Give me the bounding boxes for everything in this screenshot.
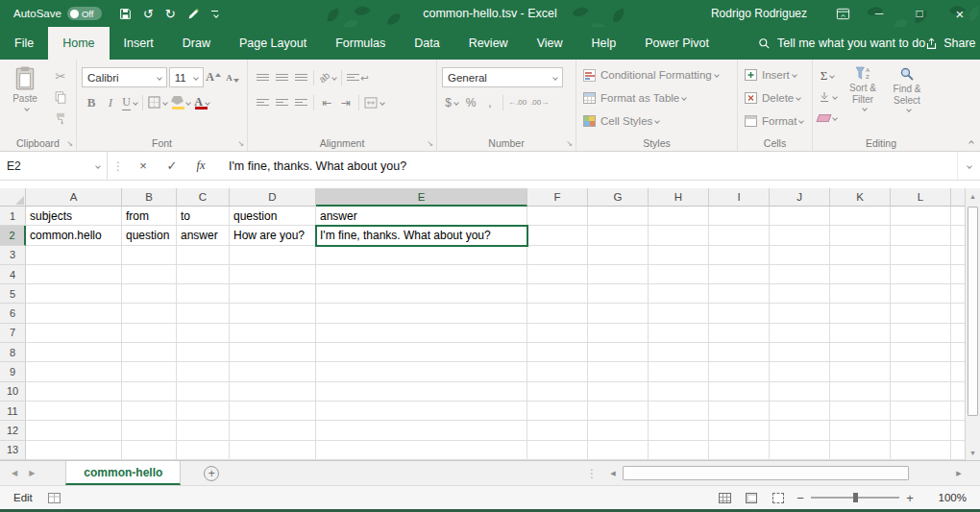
cell-E5[interactable]	[316, 284, 527, 304]
formula-input[interactable]: I'm fine, thanks. What about you?	[215, 152, 957, 180]
conditional-formatting-button[interactable]: Conditional Formatting	[579, 63, 734, 86]
cell-D4[interactable]	[230, 265, 316, 284]
cell-K3[interactable]	[830, 246, 891, 265]
zoom-level[interactable]: 100%	[924, 492, 967, 503]
cell-E2[interactable]: I'm fine, thanks. What about you?	[316, 226, 527, 245]
sheet-tab-common-hello[interactable]: common-hello	[65, 461, 181, 485]
customize-qat-button[interactable]	[211, 11, 218, 17]
format-cells-button[interactable]: Format	[741, 110, 809, 133]
column-header-H[interactable]: H	[649, 188, 709, 207]
column-header-I[interactable]: I	[709, 188, 770, 207]
cell-J11[interactable]	[770, 402, 830, 421]
paste-button[interactable]: Paste	[3, 63, 47, 129]
cell-J8[interactable]	[770, 343, 830, 362]
cell-B12[interactable]	[122, 421, 177, 440]
cell-F6[interactable]	[527, 304, 588, 323]
tab-file[interactable]: File	[0, 27, 48, 60]
cell-C6[interactable]	[177, 304, 230, 323]
cell-J13[interactable]	[770, 441, 830, 460]
cell-J3[interactable]	[770, 246, 830, 265]
cell-H12[interactable]	[649, 421, 709, 440]
cell-C2[interactable]: answer	[177, 226, 230, 245]
cell-A3[interactable]	[26, 246, 122, 265]
cell-L13[interactable]	[891, 441, 951, 460]
vertical-scrollbar[interactable]	[965, 188, 980, 460]
cell-D1[interactable]: question	[230, 207, 316, 226]
autosave-toggle[interactable]: AutoSave Off	[13, 7, 102, 20]
tell-me-box[interactable]: Tell me what you want to do	[758, 27, 925, 60]
bottom-align-button[interactable]	[291, 67, 310, 87]
undo-button[interactable]	[143, 8, 154, 20]
cell-H4[interactable]	[649, 265, 709, 284]
cell-I4[interactable]	[709, 265, 770, 284]
cell-L6[interactable]	[891, 304, 951, 323]
cell-C3[interactable]	[177, 246, 230, 265]
tab-home[interactable]: Home	[48, 27, 109, 60]
cell-K1[interactable]	[830, 207, 891, 226]
tab-insert[interactable]: Insert	[110, 27, 168, 60]
cell-D3[interactable]	[230, 246, 316, 265]
cell-B6[interactable]	[122, 304, 177, 323]
decrease-decimal-button[interactable]: .00→	[528, 92, 551, 112]
cell-J10[interactable]	[770, 382, 830, 402]
scroll-left-button[interactable]	[605, 470, 621, 477]
cell-C10[interactable]	[177, 382, 230, 402]
cell-L2[interactable]	[891, 226, 951, 245]
cell-I7[interactable]	[709, 324, 770, 343]
horizontal-scroll-track[interactable]	[621, 465, 951, 481]
cell-B4[interactable]	[122, 265, 177, 284]
cell-H8[interactable]	[649, 343, 709, 362]
cell-E10[interactable]	[316, 382, 527, 402]
cell-K12[interactable]	[830, 421, 891, 440]
cell-B2[interactable]: question	[122, 226, 177, 245]
cell-A2[interactable]: common.hello	[26, 226, 122, 245]
cell-H9[interactable]	[649, 362, 709, 381]
cell-K2[interactable]	[830, 226, 891, 245]
cell-E11[interactable]	[316, 402, 527, 421]
align-left-button[interactable]	[253, 92, 272, 112]
vertical-scroll-thumb[interactable]	[968, 207, 978, 416]
cell-D12[interactable]	[230, 421, 316, 440]
tab-draw[interactable]: Draw	[168, 27, 225, 60]
redo-button[interactable]	[165, 8, 176, 20]
alignment-dialog-launcher[interactable]	[427, 140, 433, 148]
cell-F1[interactable]	[527, 207, 588, 226]
cell-A4[interactable]	[26, 265, 122, 284]
cell-C13[interactable]	[177, 441, 230, 460]
clear-button[interactable]	[816, 108, 839, 128]
row-header-2[interactable]: 2	[0, 226, 26, 245]
cell-K13[interactable]	[830, 441, 891, 460]
row-header-1[interactable]: 1	[0, 207, 26, 226]
clipboard-dialog-launcher[interactable]	[66, 140, 73, 148]
cell-G9[interactable]	[588, 362, 649, 381]
horizontal-scrollbar[interactable]	[605, 465, 967, 481]
cell-D9[interactable]	[230, 362, 316, 381]
find-select-button[interactable]: Find & Select	[885, 63, 929, 128]
cell-H13[interactable]	[649, 441, 709, 460]
row-header-3[interactable]: 3	[0, 246, 26, 265]
tab-help[interactable]: Help	[577, 27, 631, 60]
cell-A9[interactable]	[26, 362, 122, 381]
cell-I9[interactable]	[709, 362, 770, 381]
zoom-in-button[interactable]	[901, 491, 919, 505]
tab-review[interactable]: Review	[454, 27, 523, 60]
cell-I11[interactable]	[709, 402, 770, 421]
column-header-C[interactable]: C	[177, 188, 230, 207]
cell-E7[interactable]	[316, 324, 527, 343]
cell-F9[interactable]	[527, 362, 588, 381]
cell-K7[interactable]	[830, 324, 891, 343]
cell-G4[interactable]	[588, 265, 649, 284]
cell-J6[interactable]	[770, 304, 830, 323]
cell-K9[interactable]	[830, 362, 891, 381]
cell-E4[interactable]	[316, 265, 527, 284]
merge-center-button[interactable]	[362, 92, 386, 112]
cell-E3[interactable]	[316, 246, 527, 265]
cell-F5[interactable]	[527, 284, 588, 304]
cell-L3[interactable]	[891, 246, 951, 265]
save-button[interactable]	[119, 8, 132, 20]
zoom-slider[interactable]	[811, 491, 899, 504]
zoom-slider-thumb[interactable]	[853, 493, 858, 502]
cell-I13[interactable]	[709, 441, 770, 460]
column-header-G[interactable]: G	[588, 188, 649, 207]
percent-format-button[interactable]: %	[461, 92, 480, 112]
